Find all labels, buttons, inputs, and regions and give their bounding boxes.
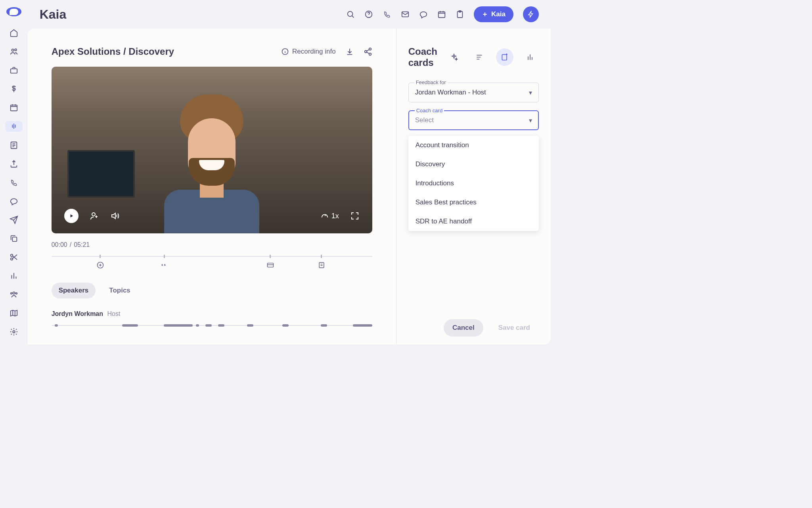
feedback-for-value: Jordan Workman - Host — [415, 89, 529, 96]
coach-card-placeholder: Select — [415, 116, 529, 124]
sidebar — [0, 0, 28, 344]
sidebar-item-chat[interactable] — [5, 196, 23, 206]
volume-icon[interactable] — [110, 211, 120, 221]
svg-point-20 — [364, 50, 367, 53]
gauge-icon — [320, 212, 329, 220]
speaker-waveform[interactable] — [52, 324, 372, 327]
coach-card-select[interactable]: Coach card Select ▾ — [408, 110, 539, 130]
sidebar-item-cut[interactable] — [5, 252, 23, 263]
add-card-icon[interactable] — [496, 48, 513, 66]
sidebar-item-audio[interactable] — [5, 121, 23, 132]
sidebar-item-settings[interactable] — [5, 327, 23, 337]
svg-rect-2 — [11, 69, 17, 73]
video-player[interactable]: 1x — [52, 67, 372, 233]
tab-topics[interactable]: Topics — [102, 283, 138, 298]
coach-card-dropdown: Account transition Discovery Introductio… — [408, 136, 539, 231]
time-total: 05:21 — [74, 241, 90, 248]
sidebar-item-people[interactable] — [5, 46, 23, 57]
calendar-icon[interactable] — [437, 10, 446, 19]
bolt-button[interactable] — [523, 6, 539, 22]
svg-rect-26 — [502, 54, 507, 60]
plus-icon — [482, 11, 488, 17]
play-button[interactable] — [64, 209, 79, 223]
marker-plus-icon[interactable] — [96, 261, 104, 269]
sidebar-item-briefcase[interactable] — [5, 65, 23, 76]
dropdown-option[interactable]: Introductions — [408, 174, 539, 193]
recording-panel: Apex Solutions / Discovery Recording inf… — [28, 29, 396, 344]
marker-note-icon[interactable] — [318, 261, 326, 269]
chevron-down-icon: ▾ — [529, 117, 532, 124]
svg-point-12 — [348, 12, 353, 17]
recording-info-button[interactable]: Recording info — [281, 48, 336, 56]
svg-rect-15 — [439, 12, 445, 18]
feedback-for-select[interactable]: Feedback for Jordan Workman - Host ▾ — [408, 83, 539, 102]
tab-speakers[interactable]: Speakers — [52, 283, 96, 298]
time-display: 00:00 / 05:21 — [52, 241, 372, 248]
svg-point-21 — [369, 53, 371, 56]
sidebar-item-chart[interactable] — [5, 271, 23, 281]
coach-cards-title: Coach cards — [408, 46, 437, 68]
breadcrumb: Apex Solutions / Discovery — [52, 46, 272, 57]
chat-icon[interactable] — [419, 10, 428, 19]
clipboard-icon[interactable] — [456, 10, 464, 19]
top-bar: Kaia Kaia — [28, 0, 551, 29]
add-person-icon[interactable] — [90, 211, 99, 221]
dropdown-option[interactable]: SDR to AE handoff — [408, 212, 539, 231]
svg-point-19 — [369, 48, 371, 50]
sidebar-item-home[interactable] — [5, 27, 23, 38]
playback-speed[interactable]: 1x — [320, 212, 339, 220]
svg-point-0 — [11, 49, 14, 51]
sidebar-item-notes[interactable] — [5, 140, 23, 150]
sparkle-icon[interactable] — [445, 48, 463, 66]
svg-point-8 — [13, 292, 15, 294]
fullscreen-icon[interactable] — [350, 211, 360, 221]
download-icon[interactable] — [345, 47, 354, 56]
chevron-down-icon: ▾ — [529, 89, 532, 96]
tabs: Speakers Topics — [52, 283, 372, 298]
sidebar-item-send[interactable] — [5, 214, 23, 225]
sidebar-item-map[interactable] — [5, 308, 23, 319]
marker-card-icon[interactable] — [266, 261, 274, 269]
page-title: Kaia — [40, 7, 67, 22]
sidebar-item-calendar[interactable] — [5, 102, 23, 113]
dropdown-option[interactable]: Account transition — [408, 136, 539, 155]
phone-icon[interactable] — [383, 10, 391, 19]
mail-icon[interactable] — [401, 10, 410, 19]
new-kaia-button[interactable]: Kaia — [474, 6, 513, 22]
sidebar-item-dollar[interactable] — [5, 84, 23, 94]
speaker-role: Host — [107, 310, 121, 317]
dropdown-option[interactable]: Sales Best practices — [408, 193, 539, 212]
svg-rect-3 — [11, 105, 17, 111]
svg-point-10 — [15, 293, 17, 294]
marker-quote-icon[interactable] — [161, 261, 169, 269]
sidebar-item-copy[interactable] — [5, 233, 23, 244]
time-current: 00:00 — [52, 241, 67, 248]
kaia-button-label: Kaia — [491, 10, 506, 18]
stats-icon[interactable] — [521, 48, 539, 66]
sidebar-item-phone[interactable] — [5, 177, 23, 188]
sidebar-item-export[interactable] — [5, 158, 23, 169]
coach-panel: Coach cards Feedback for Jordan Workman … — [396, 29, 551, 344]
dropdown-option[interactable]: Discovery — [408, 155, 539, 174]
svg-rect-5 — [12, 237, 17, 241]
cancel-button[interactable]: Cancel — [444, 319, 483, 337]
timeline-track[interactable] — [52, 255, 372, 258]
sidebar-item-group[interactable] — [5, 289, 23, 300]
timeline-markers — [52, 261, 372, 271]
app-logo[interactable] — [6, 7, 21, 16]
help-icon[interactable] — [364, 10, 373, 19]
svg-point-6 — [11, 254, 13, 257]
list-icon[interactable] — [471, 48, 488, 66]
speaker-row: Jordyn Workman Host — [52, 310, 372, 327]
feedback-for-label: Feedback for — [414, 79, 448, 85]
svg-point-22 — [92, 213, 95, 216]
info-icon — [281, 48, 289, 56]
share-icon[interactable] — [364, 47, 372, 56]
svg-point-7 — [11, 258, 13, 260]
speed-value: 1x — [331, 212, 339, 220]
save-card-button: Save card — [490, 319, 539, 337]
coach-card-label: Coach card — [415, 108, 444, 114]
search-icon[interactable] — [346, 10, 355, 19]
svg-point-11 — [13, 331, 15, 333]
svg-point-9 — [11, 293, 12, 294]
